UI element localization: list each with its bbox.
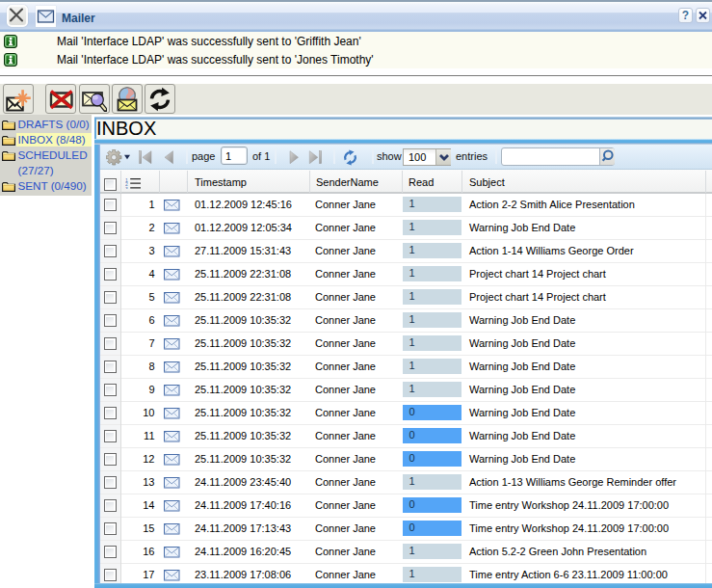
svg-text:3: 3 [125,186,128,190]
